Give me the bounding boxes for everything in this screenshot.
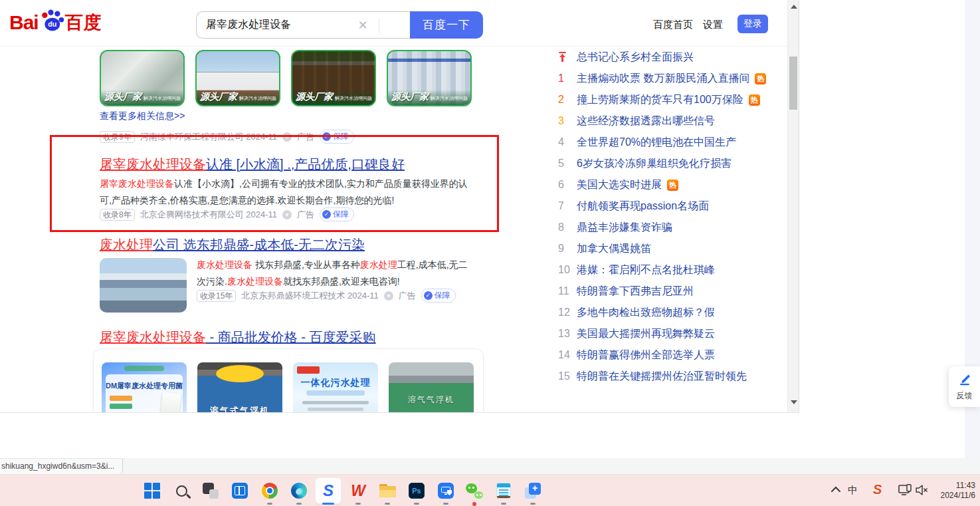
start-button[interactable]	[143, 481, 161, 500]
page-scrollbar[interactable]	[787, 0, 799, 412]
dropdown-circle-icon[interactable]: ▾	[282, 132, 292, 142]
product-card-green-flotation[interactable]: 溶气气浮机	[389, 362, 474, 413]
thumbnail-aerial-plant[interactable]: 源头厂家解决污水治理问题	[100, 50, 185, 106]
product-card-flotation-machine[interactable]: 溶气式气浮机	[197, 362, 282, 413]
hot-list-item[interactable]: 8 鼎益丰涉嫌集资诈骗 热	[558, 217, 788, 238]
result2-meta: 收录15年 北京东邦鼎盛环境工程技术 2024-11 ▾ 广告 ✓保障	[197, 289, 456, 303]
hot-title: 特朗普拿下西弗吉尼亚州	[577, 285, 694, 299]
ad-label: 广告	[297, 209, 314, 221]
hot-title: 这些经济数据透露出哪些信号	[577, 114, 715, 128]
feedback-button[interactable]: 反馈	[949, 366, 980, 407]
product-label: 溶气气浮机	[389, 394, 474, 406]
hot-title: 撞上劳斯莱斯的货车只有100万保险	[577, 93, 743, 107]
svg-text:du: du	[48, 20, 56, 28]
hot-list-item[interactable]: 11 特朗普拿下西弗吉尼亚州 热	[558, 281, 788, 302]
hot-badge: 热	[755, 73, 766, 84]
hot-list-item[interactable]: 9 加拿大偶遇姚笛 热	[558, 238, 788, 259]
active-indicator	[322, 503, 334, 505]
hot-title: 鼎益丰涉嫌集资诈骗	[577, 221, 672, 235]
taskbar-new-window-app[interactable]: +	[524, 481, 542, 500]
photoshop-icon: Ps	[409, 483, 425, 499]
taskbar-sogou-browser-active[interactable]: S	[315, 477, 342, 504]
taskbar-chrome[interactable]	[260, 481, 279, 500]
hot-title: 总书记心系乡村全面振兴	[577, 51, 694, 64]
cast-icon[interactable]	[898, 484, 913, 496]
taskbar-wechat[interactable]	[465, 481, 484, 500]
taskbar-pc-manager[interactable]	[437, 481, 455, 500]
secure-badge[interactable]: ✓保障	[421, 289, 456, 303]
login-button[interactable]: 登录	[737, 15, 768, 33]
taskbar-app-bluewindow[interactable]	[231, 481, 249, 500]
hot-title: 付航领奖再现passion名场面	[577, 199, 709, 213]
result2-title[interactable]: 废水处理公司 选东邦鼎盛-成本低-无二次污染	[100, 236, 365, 254]
taskbar-edge[interactable]	[290, 481, 308, 500]
dropdown-circle-icon[interactable]: ▾	[384, 291, 393, 301]
taskbar-search-button[interactable]	[172, 481, 191, 500]
secure-badge[interactable]: ✓保障	[320, 130, 354, 144]
product-card-bacteria[interactable]: DM屠宰废水处理专用菌	[102, 362, 187, 413]
hot-title: 6岁女孩冷冻卵巢组织免化疗损害	[577, 157, 732, 171]
scroll-up-arrow[interactable]	[791, 5, 797, 9]
result3-title[interactable]: 屠宰废水处理设备 - 商品批发价格 - 百度爱采购	[100, 328, 376, 346]
running-indicator	[296, 503, 302, 505]
hot-list-item[interactable]: 12 多地牛肉检出致癌物超标？假 热	[558, 302, 788, 323]
search-button[interactable]: 百度一下	[410, 11, 483, 39]
hot-list-item[interactable]: 4 全世界超70%的锂电池在中国生产 热	[558, 132, 788, 153]
hot-list-item[interactable]: 5 6岁女孩冷冻卵巢组织免化疗损害 热	[558, 153, 788, 174]
tray-caret-icon[interactable]	[830, 483, 842, 495]
ime-icon[interactable]: 中	[848, 484, 858, 497]
hot-list-item[interactable]: 3 这些经济数据透露出哪些信号 热	[558, 110, 788, 132]
clear-x-icon[interactable]: ✕	[356, 19, 369, 32]
taskbar-notepad[interactable]	[494, 481, 513, 500]
result1-title[interactable]: 屠宰废水处理设备认准 [小水滴] .,产品优质,口碑良好	[100, 156, 405, 174]
hot-rank: 6	[558, 179, 573, 191]
wechat-icon	[466, 483, 483, 499]
taskbar-app-dark[interactable]	[201, 481, 220, 500]
mute-speaker-icon[interactable]	[915, 484, 928, 496]
chrome-icon	[262, 483, 278, 499]
link-baidu-home[interactable]: 百度首页	[653, 19, 693, 31]
scroll-down-arrow[interactable]	[791, 400, 797, 404]
hot-list-item[interactable]: 1 主播煽动吹票 数万新股民涌入直播间 热	[558, 68, 788, 89]
sogou-tray-icon[interactable]: S	[873, 482, 882, 497]
running-indicator	[443, 503, 448, 505]
thumbnail-uasb-tower[interactable]: 源头厂家解决污水治理问题	[195, 50, 280, 106]
folder-icon	[379, 484, 396, 497]
running-indicator	[501, 503, 506, 505]
hot-list-item[interactable]: top 总书记心系乡村全面振兴 热	[558, 47, 788, 68]
product-tag	[110, 404, 132, 409]
hot-list-item[interactable]: 15 特朗普在关键摇摆州佐治亚暂时领先 热	[558, 366, 788, 387]
desktop: Bai du 百度 ✕ 百度一下 百度首页 设置	[0, 0, 980, 506]
hot-rank: 13	[558, 328, 573, 340]
hot-list-item[interactable]: 13 美国最大摇摆州再现舞弊疑云 热	[558, 323, 788, 344]
hot-list-item[interactable]: 10 港媒：霍启刚不点名批杜琪峰 热	[558, 259, 788, 281]
baidu-header: Bai du 百度 ✕ 百度一下 百度首页 设置	[0, 0, 787, 47]
result-source: 北京东邦鼎盛环境工程技术 2024-11	[241, 290, 378, 302]
hot-title: 美国最大摇摆州再现舞弊疑云	[577, 327, 715, 341]
feedback-pencil-icon	[957, 372, 972, 386]
secure-badge[interactable]: ✓保障	[320, 207, 354, 221]
taskbar-wps[interactable]: W	[349, 481, 367, 500]
hot-title: 美国大选实时进展	[577, 178, 662, 192]
taskbar-file-explorer[interactable]	[378, 481, 397, 500]
tray-clock[interactable]: 11:43 2024/11/6	[929, 481, 975, 501]
hot-list-item[interactable]: 7 付航领奖再现passion名场面 热	[558, 195, 788, 217]
search-input[interactable]	[206, 12, 372, 38]
thumbnail-treatment-basins[interactable]: 源头厂家解决污水治理问题	[291, 50, 376, 106]
see-more-link[interactable]: 查看更多相关信息>>	[100, 110, 185, 122]
hot-list-item[interactable]: 6 美国大选实时进展 热	[558, 174, 788, 195]
hot-list-item[interactable]: 14 特朗普赢得佛州全部选举人票 热	[558, 344, 788, 366]
hot-list-item[interactable]: 2 撞上劳斯莱斯的货车只有100万保险 热	[558, 89, 788, 110]
thumbnail-water-bottles[interactable]: 源头厂家解决污水治理问题	[387, 50, 472, 106]
product-card-integrated-treatment[interactable]: 一体化污水处理	[293, 362, 378, 413]
link-settings[interactable]: 设置	[703, 19, 723, 31]
baidu-logo[interactable]: Bai du 百度	[9, 10, 102, 35]
hot-rank: 10	[558, 264, 573, 276]
result1-description: 屠宰废水处理设备认准【小水滴】,公司拥有专业的技术团队,实力和产品质量获得业界的…	[100, 176, 474, 209]
search-divider	[379, 18, 379, 33]
taskbar-photoshop[interactable]: Ps	[407, 481, 426, 500]
shield-check-icon: ✓	[424, 291, 433, 300]
dropdown-circle-icon[interactable]: ▾	[282, 210, 292, 219]
result2-thumbnail[interactable]	[100, 258, 187, 313]
scroll-thumb[interactable]	[789, 57, 797, 110]
